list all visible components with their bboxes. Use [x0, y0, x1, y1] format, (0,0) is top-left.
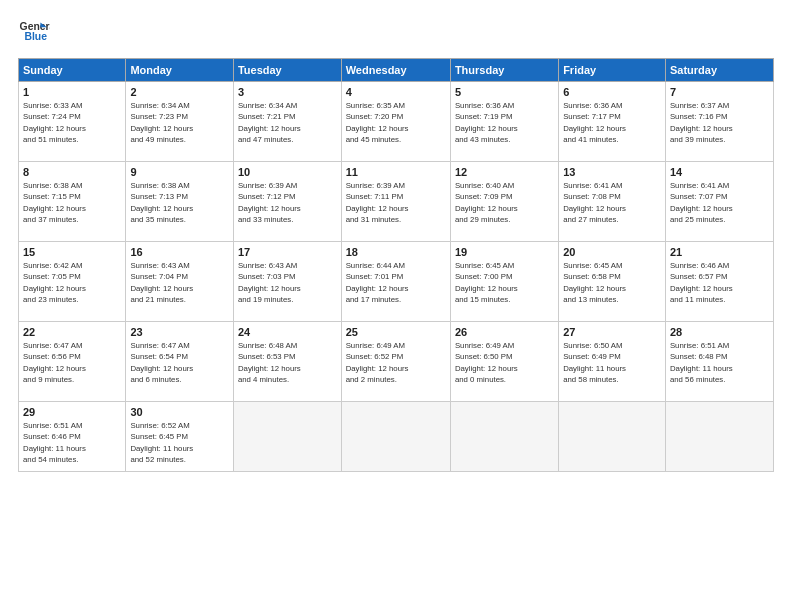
day-info: Sunrise: 6:44 AM Sunset: 7:01 PM Dayligh…: [346, 260, 446, 305]
day-number: 13: [563, 166, 661, 178]
day-number: 18: [346, 246, 446, 258]
calendar-cell: 2Sunrise: 6:34 AM Sunset: 7:23 PM Daylig…: [126, 82, 234, 162]
day-info: Sunrise: 6:43 AM Sunset: 7:04 PM Dayligh…: [130, 260, 229, 305]
calendar-cell: 8Sunrise: 6:38 AM Sunset: 7:15 PM Daylig…: [19, 162, 126, 242]
day-info: Sunrise: 6:36 AM Sunset: 7:19 PM Dayligh…: [455, 100, 554, 145]
day-number: 7: [670, 86, 769, 98]
day-info: Sunrise: 6:37 AM Sunset: 7:16 PM Dayligh…: [670, 100, 769, 145]
calendar-cell: 5Sunrise: 6:36 AM Sunset: 7:19 PM Daylig…: [450, 82, 558, 162]
day-number: 5: [455, 86, 554, 98]
col-header-saturday: Saturday: [665, 59, 773, 82]
calendar-cell: 7Sunrise: 6:37 AM Sunset: 7:16 PM Daylig…: [665, 82, 773, 162]
col-header-thursday: Thursday: [450, 59, 558, 82]
day-info: Sunrise: 6:42 AM Sunset: 7:05 PM Dayligh…: [23, 260, 121, 305]
day-info: Sunrise: 6:35 AM Sunset: 7:20 PM Dayligh…: [346, 100, 446, 145]
calendar-cell: 24Sunrise: 6:48 AM Sunset: 6:53 PM Dayli…: [233, 322, 341, 402]
day-info: Sunrise: 6:48 AM Sunset: 6:53 PM Dayligh…: [238, 340, 337, 385]
day-info: Sunrise: 6:34 AM Sunset: 7:23 PM Dayligh…: [130, 100, 229, 145]
day-number: 2: [130, 86, 229, 98]
calendar-cell: 16Sunrise: 6:43 AM Sunset: 7:04 PM Dayli…: [126, 242, 234, 322]
calendar-cell: 20Sunrise: 6:45 AM Sunset: 6:58 PM Dayli…: [559, 242, 666, 322]
day-number: 19: [455, 246, 554, 258]
day-number: 8: [23, 166, 121, 178]
calendar-cell: 10Sunrise: 6:39 AM Sunset: 7:12 PM Dayli…: [233, 162, 341, 242]
day-number: 20: [563, 246, 661, 258]
day-number: 9: [130, 166, 229, 178]
day-info: Sunrise: 6:52 AM Sunset: 6:45 PM Dayligh…: [130, 420, 229, 465]
day-info: Sunrise: 6:43 AM Sunset: 7:03 PM Dayligh…: [238, 260, 337, 305]
day-number: 3: [238, 86, 337, 98]
col-header-friday: Friday: [559, 59, 666, 82]
day-info: Sunrise: 6:38 AM Sunset: 7:15 PM Dayligh…: [23, 180, 121, 225]
day-number: 26: [455, 326, 554, 338]
day-number: 25: [346, 326, 446, 338]
day-info: Sunrise: 6:36 AM Sunset: 7:17 PM Dayligh…: [563, 100, 661, 145]
calendar-cell: 9Sunrise: 6:38 AM Sunset: 7:13 PM Daylig…: [126, 162, 234, 242]
day-number: 11: [346, 166, 446, 178]
calendar-cell: 11Sunrise: 6:39 AM Sunset: 7:11 PM Dayli…: [341, 162, 450, 242]
day-info: Sunrise: 6:38 AM Sunset: 7:13 PM Dayligh…: [130, 180, 229, 225]
day-number: 10: [238, 166, 337, 178]
calendar-cell: 18Sunrise: 6:44 AM Sunset: 7:01 PM Dayli…: [341, 242, 450, 322]
calendar-cell: 29Sunrise: 6:51 AM Sunset: 6:46 PM Dayli…: [19, 402, 126, 472]
day-number: 21: [670, 246, 769, 258]
day-number: 28: [670, 326, 769, 338]
day-number: 1: [23, 86, 121, 98]
day-info: Sunrise: 6:39 AM Sunset: 7:11 PM Dayligh…: [346, 180, 446, 225]
day-number: 4: [346, 86, 446, 98]
calendar-cell: 28Sunrise: 6:51 AM Sunset: 6:48 PM Dayli…: [665, 322, 773, 402]
day-number: 14: [670, 166, 769, 178]
day-number: 22: [23, 326, 121, 338]
calendar-cell: [450, 402, 558, 472]
day-number: 23: [130, 326, 229, 338]
logo-icon: General Blue: [18, 16, 50, 48]
day-info: Sunrise: 6:33 AM Sunset: 7:24 PM Dayligh…: [23, 100, 121, 145]
day-info: Sunrise: 6:45 AM Sunset: 7:00 PM Dayligh…: [455, 260, 554, 305]
day-info: Sunrise: 6:40 AM Sunset: 7:09 PM Dayligh…: [455, 180, 554, 225]
col-header-tuesday: Tuesday: [233, 59, 341, 82]
day-info: Sunrise: 6:47 AM Sunset: 6:54 PM Dayligh…: [130, 340, 229, 385]
day-info: Sunrise: 6:41 AM Sunset: 7:08 PM Dayligh…: [563, 180, 661, 225]
calendar-cell: 30Sunrise: 6:52 AM Sunset: 6:45 PM Dayli…: [126, 402, 234, 472]
day-info: Sunrise: 6:49 AM Sunset: 6:52 PM Dayligh…: [346, 340, 446, 385]
day-number: 6: [563, 86, 661, 98]
day-number: 16: [130, 246, 229, 258]
calendar-cell: [341, 402, 450, 472]
day-number: 15: [23, 246, 121, 258]
calendar-cell: 13Sunrise: 6:41 AM Sunset: 7:08 PM Dayli…: [559, 162, 666, 242]
day-info: Sunrise: 6:39 AM Sunset: 7:12 PM Dayligh…: [238, 180, 337, 225]
day-number: 17: [238, 246, 337, 258]
logo: General Blue: [18, 16, 50, 48]
calendar-cell: 6Sunrise: 6:36 AM Sunset: 7:17 PM Daylig…: [559, 82, 666, 162]
calendar-cell: 22Sunrise: 6:47 AM Sunset: 6:56 PM Dayli…: [19, 322, 126, 402]
day-info: Sunrise: 6:41 AM Sunset: 7:07 PM Dayligh…: [670, 180, 769, 225]
calendar-cell: 19Sunrise: 6:45 AM Sunset: 7:00 PM Dayli…: [450, 242, 558, 322]
calendar-cell: 25Sunrise: 6:49 AM Sunset: 6:52 PM Dayli…: [341, 322, 450, 402]
calendar-cell: 4Sunrise: 6:35 AM Sunset: 7:20 PM Daylig…: [341, 82, 450, 162]
day-number: 27: [563, 326, 661, 338]
col-header-sunday: Sunday: [19, 59, 126, 82]
calendar-cell: 12Sunrise: 6:40 AM Sunset: 7:09 PM Dayli…: [450, 162, 558, 242]
calendar-cell: 27Sunrise: 6:50 AM Sunset: 6:49 PM Dayli…: [559, 322, 666, 402]
day-info: Sunrise: 6:50 AM Sunset: 6:49 PM Dayligh…: [563, 340, 661, 385]
day-info: Sunrise: 6:45 AM Sunset: 6:58 PM Dayligh…: [563, 260, 661, 305]
calendar-cell: 23Sunrise: 6:47 AM Sunset: 6:54 PM Dayli…: [126, 322, 234, 402]
day-number: 24: [238, 326, 337, 338]
calendar-table: SundayMondayTuesdayWednesdayThursdayFrid…: [18, 58, 774, 472]
calendar-cell: [233, 402, 341, 472]
day-info: Sunrise: 6:47 AM Sunset: 6:56 PM Dayligh…: [23, 340, 121, 385]
col-header-monday: Monday: [126, 59, 234, 82]
col-header-wednesday: Wednesday: [341, 59, 450, 82]
day-number: 12: [455, 166, 554, 178]
calendar-cell: 3Sunrise: 6:34 AM Sunset: 7:21 PM Daylig…: [233, 82, 341, 162]
day-info: Sunrise: 6:49 AM Sunset: 6:50 PM Dayligh…: [455, 340, 554, 385]
calendar-cell: 26Sunrise: 6:49 AM Sunset: 6:50 PM Dayli…: [450, 322, 558, 402]
day-number: 29: [23, 406, 121, 418]
page-header: General Blue: [18, 16, 774, 48]
calendar-cell: 17Sunrise: 6:43 AM Sunset: 7:03 PM Dayli…: [233, 242, 341, 322]
calendar-cell: 21Sunrise: 6:46 AM Sunset: 6:57 PM Dayli…: [665, 242, 773, 322]
calendar-cell: [665, 402, 773, 472]
svg-text:Blue: Blue: [24, 31, 47, 42]
day-info: Sunrise: 6:34 AM Sunset: 7:21 PM Dayligh…: [238, 100, 337, 145]
calendar-cell: [559, 402, 666, 472]
